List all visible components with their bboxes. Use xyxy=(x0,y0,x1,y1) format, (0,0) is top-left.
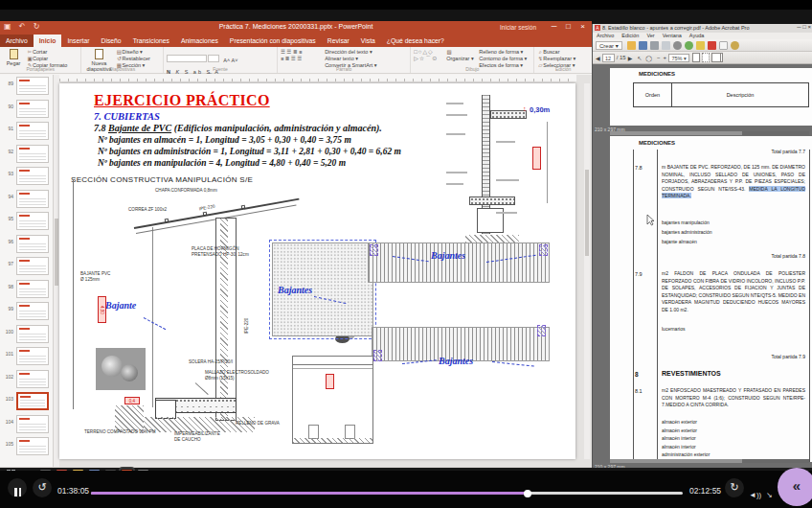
save-icon[interactable] xyxy=(639,41,647,50)
stamp-icon[interactable] xyxy=(696,41,705,50)
slide-thumbnail[interactable]: 95 xyxy=(0,212,53,235)
slide-thumbnail[interactable]: 94 xyxy=(0,190,53,213)
slide-canvas[interactable]: EJERCICIO PRÁCTICO 7. CUBIERTAS 7.8 Baja… xyxy=(59,83,575,459)
create-pdf-button[interactable]: Crear ▾ xyxy=(596,41,622,50)
slide-thumbnail[interactable]: 104 xyxy=(0,415,53,438)
slide-thumbnail[interactable]: 105 xyxy=(0,437,53,460)
tab-animaciones[interactable]: Animaciones xyxy=(175,35,224,47)
restore-icon[interactable]: □ xyxy=(561,22,575,31)
prev-page-button[interactable]: ◀ xyxy=(596,55,600,61)
slide-thumbnail-panel[interactable]: 8990919293949596979899100101102103104105 xyxy=(0,75,54,467)
slide-thumbnail[interactable]: 98 xyxy=(0,280,53,303)
slide-thumbnail[interactable]: 101 xyxy=(0,347,53,370)
slide-thumbnail[interactable]: 99 xyxy=(0,302,53,325)
menu-ver[interactable]: Ver xyxy=(646,33,654,38)
tab-insertar[interactable]: Insertar xyxy=(61,35,95,47)
document-icon[interactable] xyxy=(719,41,728,50)
order-79: 7.9 xyxy=(635,271,643,277)
group-portapapeles: Pegar ✂Cortar ▣Copiar ✎Copiar formato Po… xyxy=(0,47,81,73)
print-icon[interactable] xyxy=(650,41,659,50)
menu-archivo[interactable]: Archivo xyxy=(597,33,614,38)
hand-tool-icon[interactable]: ◯ xyxy=(645,55,652,61)
acrobat-window-controls[interactable]: ─ □ × xyxy=(797,24,811,30)
minimize-icon[interactable]: ─ xyxy=(547,22,561,31)
text-direction-button[interactable]: Dirección del texto ▾ xyxy=(325,49,376,56)
replay-button[interactable]: ↺ xyxy=(33,478,52,497)
shape-outline-button[interactable]: Contorno de forma ▾ xyxy=(479,56,527,62)
close-icon[interactable]: × xyxy=(575,22,590,31)
tab-vista[interactable]: Vista xyxy=(355,35,381,47)
downspout-mark xyxy=(370,244,378,256)
fullscreen-icon[interactable]: ↘ xyxy=(766,491,773,499)
progress-handle[interactable] xyxy=(524,490,531,497)
slide-thumbnail[interactable]: 97 xyxy=(0,257,53,280)
total-77: Total partida 7.7 xyxy=(662,149,805,154)
zoom-level-select[interactable]: 75% ▾ xyxy=(668,54,689,62)
page-number-input[interactable]: 12 xyxy=(602,54,615,62)
group-fuente: A˄ A˅ N K S ab S̶ A Fuente xyxy=(164,47,278,73)
tab-diseno[interactable]: Diseño xyxy=(95,35,126,47)
pdf-hscrollbar-2[interactable] xyxy=(610,459,809,463)
arrange-button[interactable]: ▧Organizar ▾ xyxy=(446,49,479,62)
two-page-view-icon[interactable] xyxy=(711,53,723,62)
comment-icon[interactable] xyxy=(685,41,693,50)
slide-scrollbar[interactable] xyxy=(584,83,590,459)
pause-button[interactable] xyxy=(8,478,27,497)
sign-icon[interactable] xyxy=(731,41,739,50)
list-align-buttons[interactable]: ☰ ☰ ≣ ≡≡ ≣ ☰ ☰ xyxy=(281,49,325,62)
shapes-gallery[interactable]: □○△◇▷☆⌒⊙ xyxy=(414,49,446,62)
grow-shrink-font[interactable]: A˄ A˅ xyxy=(223,58,237,63)
volume-icon[interactable]: ◄)) xyxy=(749,491,761,499)
label-chapa: CHAPA CONFORMADA 0,8mm xyxy=(155,188,217,194)
open-icon[interactable] xyxy=(627,41,636,50)
collapse-panel-button[interactable]: « xyxy=(778,468,812,506)
label-relleno: RELLENO DE GRAVA xyxy=(236,421,280,427)
pdf-export-icon[interactable] xyxy=(708,41,716,50)
zoom-out-button[interactable]: − xyxy=(657,55,661,60)
menu-ventana[interactable]: Ventana xyxy=(663,33,682,38)
find-button[interactable]: ⌕Buscar xyxy=(537,49,589,56)
font-size-select[interactable] xyxy=(208,55,219,62)
pdf-document-area[interactable]: MEDICIONES Orden Descripción 210 x 297 m… xyxy=(593,64,812,468)
powerpoint-window: ▣ ↶ ↻ Práctica 7. Mediciones 20200331.pp… xyxy=(0,21,592,468)
tab-presentacion[interactable]: Presentación con diapositivas xyxy=(224,35,322,47)
slide-thumbnail[interactable]: 93 xyxy=(0,167,53,190)
select-tool-icon[interactable]: ↖ xyxy=(637,55,642,61)
next-page-button[interactable]: ▶ xyxy=(628,55,633,61)
share-icon[interactable] xyxy=(673,41,682,50)
slide-thumbnail[interactable]: 100 xyxy=(0,325,53,348)
calc-line-1: Nº bajantes en almacén = 1, Longitud = 3… xyxy=(98,135,351,145)
slide-thumbnail[interactable]: 90 xyxy=(0,100,53,123)
tab-tell-me[interactable]: ¿Qué desea hacer? xyxy=(381,35,450,47)
slide-thumbnail[interactable]: 96 xyxy=(0,235,53,258)
dim-arrow-icon: ↕ xyxy=(523,105,527,112)
font-name-select[interactable] xyxy=(167,55,207,62)
slide-thumbnail[interactable]: 89 xyxy=(0,77,53,100)
signin-link[interactable]: Iniciar sesión xyxy=(500,24,536,31)
measure-line: bajantes administración xyxy=(662,227,805,237)
progress-bar[interactable] xyxy=(91,492,683,495)
footing-ground-hatch xyxy=(465,235,519,242)
menu-ayuda[interactable]: Ayuda xyxy=(689,33,705,38)
menu-edicion[interactable]: Edición xyxy=(621,33,639,38)
slide-thumbnail[interactable]: 92 xyxy=(0,145,53,168)
align-text-button[interactable]: Alinear texto ▾ xyxy=(325,56,376,62)
email-icon[interactable] xyxy=(662,41,670,50)
slide-thumbnail[interactable]: 103 xyxy=(0,392,53,415)
single-page-view-icon[interactable] xyxy=(692,53,700,62)
tab-transiciones[interactable]: Transiciones xyxy=(127,35,175,47)
tab-inicio[interactable]: Inicio xyxy=(34,35,62,47)
redo-button[interactable]: ↻ xyxy=(725,478,744,497)
zoom-in-button[interactable]: + xyxy=(664,55,667,60)
tab-revisar[interactable]: Revisar xyxy=(322,35,355,47)
shape-fill-button[interactable]: Relleno de forma ▾ xyxy=(479,49,527,56)
slide-thumbnail[interactable]: 91 xyxy=(0,122,53,145)
replace-button[interactable]: ↯Reemplazar ▾ xyxy=(537,56,589,62)
slide-thumbnail[interactable]: 102 xyxy=(0,370,53,393)
label-placa: PLACA DE HORMIGÓN PRETENSADO HP-30, 12cm xyxy=(192,246,280,257)
pdf-hscrollbar[interactable] xyxy=(610,131,809,135)
paste-button[interactable]: Pegar xyxy=(3,49,24,66)
scrolling-view-icon[interactable] xyxy=(702,53,710,62)
downspout-mark xyxy=(537,325,546,336)
tab-archivo[interactable]: Archivo xyxy=(0,35,34,47)
